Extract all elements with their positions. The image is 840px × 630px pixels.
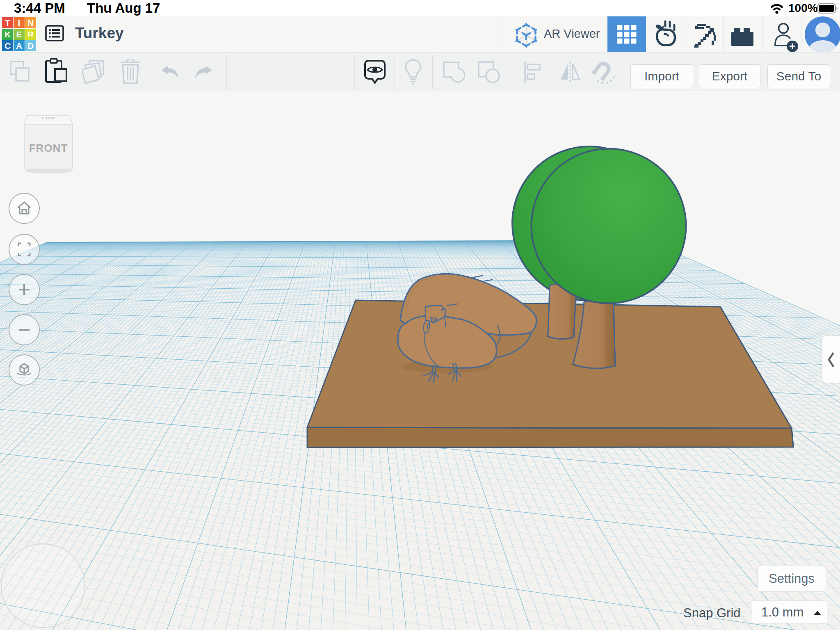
svg-text:FRONT: FRONT xyxy=(29,142,68,154)
svg-text:TOP: TOP xyxy=(41,116,56,120)
